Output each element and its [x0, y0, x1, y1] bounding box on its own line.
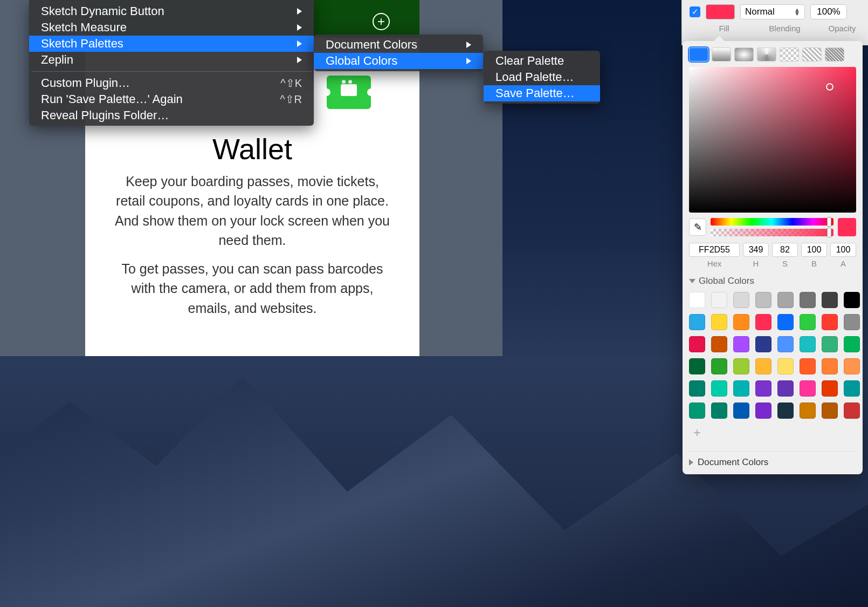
- color-swatch[interactable]: [822, 358, 838, 374]
- movie-ticket-icon[interactable]: [327, 76, 371, 109]
- saturation-field[interactable]: 82: [772, 243, 798, 257]
- color-swatch[interactable]: [800, 403, 816, 419]
- color-swatch[interactable]: [689, 380, 705, 397]
- color-swatch[interactable]: [777, 403, 794, 419]
- color-swatch[interactable]: [733, 380, 749, 397]
- menu-item-run-again[interactable]: Run 'Save Palette…' Again ^⇧R: [29, 91, 314, 107]
- color-swatch[interactable]: [800, 292, 816, 308]
- menu-item-load-palette[interactable]: Load Palette…: [484, 69, 600, 85]
- color-swatch[interactable]: [733, 336, 749, 352]
- color-swatch[interactable]: [777, 292, 794, 308]
- color-swatch[interactable]: [733, 358, 749, 374]
- fill-tab-radial-gradient[interactable]: [734, 47, 754, 62]
- hue-slider[interactable]: [711, 218, 833, 226]
- color-swatch[interactable]: [711, 292, 727, 308]
- menu-item-zeplin[interactable]: Zeplin: [29, 52, 314, 68]
- menu-label: Sketch Palettes: [41, 36, 123, 52]
- document-colors-label: Document Colors: [698, 457, 768, 468]
- color-swatch[interactable]: [733, 314, 749, 330]
- color-swatch[interactable]: [822, 292, 838, 308]
- fill-tab-solid[interactable]: [689, 47, 708, 62]
- fill-enabled-checkbox[interactable]: ✓: [690, 6, 700, 17]
- saturation-brightness-field[interactable]: [689, 67, 856, 213]
- submenu-arrow-icon: [297, 57, 302, 63]
- color-swatch[interactable]: [800, 314, 816, 330]
- color-swatch[interactable]: [733, 403, 749, 419]
- fill-tab-pattern[interactable]: [780, 47, 799, 62]
- menu-item-custom-plugin[interactable]: Custom Plugin… ^⇧K: [29, 75, 314, 91]
- color-swatch[interactable]: [711, 314, 727, 330]
- fill-label: Fill: [702, 24, 746, 33]
- hue-field[interactable]: 349: [743, 243, 769, 257]
- color-swatch[interactable]: [844, 292, 860, 308]
- alpha-slider[interactable]: [711, 229, 833, 236]
- global-colors-header[interactable]: Global Colors: [689, 276, 856, 287]
- color-swatch[interactable]: [755, 380, 771, 397]
- eyedropper-button[interactable]: ✎: [689, 219, 706, 236]
- hex-field[interactable]: FF2D55: [689, 243, 740, 257]
- color-swatch[interactable]: [822, 314, 838, 330]
- color-swatch[interactable]: [689, 358, 705, 374]
- menu-item-reveal-folder[interactable]: Reveal Plugins Folder…: [29, 107, 314, 124]
- fill-tab-linear-gradient[interactable]: [712, 47, 731, 62]
- color-swatch[interactable]: [822, 403, 838, 419]
- color-swatch[interactable]: [777, 380, 794, 397]
- color-swatch[interactable]: [800, 380, 816, 397]
- color-swatch[interactable]: [844, 403, 860, 419]
- color-swatch[interactable]: [777, 336, 794, 352]
- add-icon[interactable]: +: [373, 13, 390, 30]
- menu-item-document-colors[interactable]: Document Colors: [314, 37, 483, 53]
- color-swatch[interactable]: [755, 292, 771, 308]
- color-swatch[interactable]: [755, 403, 771, 419]
- menu-item-measure[interactable]: Sketch Measure: [29, 19, 314, 36]
- color-swatch[interactable]: [822, 336, 838, 352]
- color-swatch[interactable]: [800, 358, 816, 374]
- color-swatch[interactable]: [711, 358, 727, 374]
- submenu-arrow-icon: [466, 58, 471, 64]
- color-swatch[interactable]: [822, 380, 838, 397]
- blending-select[interactable]: Normal ▲▼: [740, 4, 805, 19]
- color-swatch[interactable]: [777, 314, 794, 330]
- disclosure-down-icon: [689, 279, 695, 283]
- color-swatch[interactable]: [711, 403, 727, 419]
- fill-color-swatch[interactable]: [706, 4, 735, 19]
- menu-item-clear-palette[interactable]: Clear Palette: [484, 53, 600, 69]
- s-label: S: [772, 259, 798, 268]
- color-swatch[interactable]: [844, 314, 860, 330]
- color-swatch[interactable]: [733, 292, 749, 308]
- color-swatch[interactable]: [689, 314, 705, 330]
- fill-tab-noise[interactable]: [802, 47, 822, 62]
- fill-tab-angular-gradient[interactable]: [757, 47, 776, 62]
- color-swatch[interactable]: [844, 358, 860, 374]
- add-swatch-button[interactable]: +: [689, 425, 705, 441]
- color-swatch[interactable]: [689, 292, 705, 308]
- menu-label: Custom Plugin…: [41, 75, 130, 91]
- color-swatch[interactable]: [755, 358, 771, 374]
- color-swatch[interactable]: [777, 358, 794, 374]
- alpha-handle[interactable]: [827, 228, 831, 237]
- menu-item-palettes[interactable]: Sketch Palettes: [29, 36, 314, 52]
- menu-shortcut: ^⇧K: [280, 75, 302, 91]
- color-swatch[interactable]: [755, 336, 771, 352]
- menu-item-dynamic-button[interactable]: Sketch Dynamic Button: [29, 3, 314, 19]
- global-colors-swatch-grid: [689, 292, 856, 419]
- current-color-swatch[interactable]: [838, 218, 856, 236]
- color-swatch[interactable]: [711, 336, 727, 352]
- menu-item-save-palette[interactable]: Save Palette…: [484, 85, 600, 101]
- brightness-field[interactable]: 100: [801, 243, 827, 257]
- menu-item-global-colors[interactable]: Global Colors: [314, 53, 483, 69]
- hue-handle[interactable]: [827, 217, 831, 227]
- color-swatch[interactable]: [689, 403, 705, 419]
- color-swatch[interactable]: [711, 380, 727, 397]
- fill-tab-image[interactable]: [825, 47, 844, 62]
- color-swatch[interactable]: [844, 380, 860, 397]
- fill-inspector: ✓ Normal ▲▼ 100% Fill Blending Opacity: [681, 0, 868, 45]
- color-swatch[interactable]: [689, 336, 705, 352]
- document-colors-header[interactable]: Document Colors: [689, 451, 856, 468]
- color-swatch[interactable]: [800, 336, 816, 352]
- alpha-field[interactable]: 100: [830, 243, 856, 257]
- opacity-field[interactable]: 100%: [810, 4, 847, 19]
- color-swatch[interactable]: [844, 336, 860, 352]
- color-swatch[interactable]: [755, 314, 771, 330]
- sv-handle[interactable]: [826, 83, 833, 91]
